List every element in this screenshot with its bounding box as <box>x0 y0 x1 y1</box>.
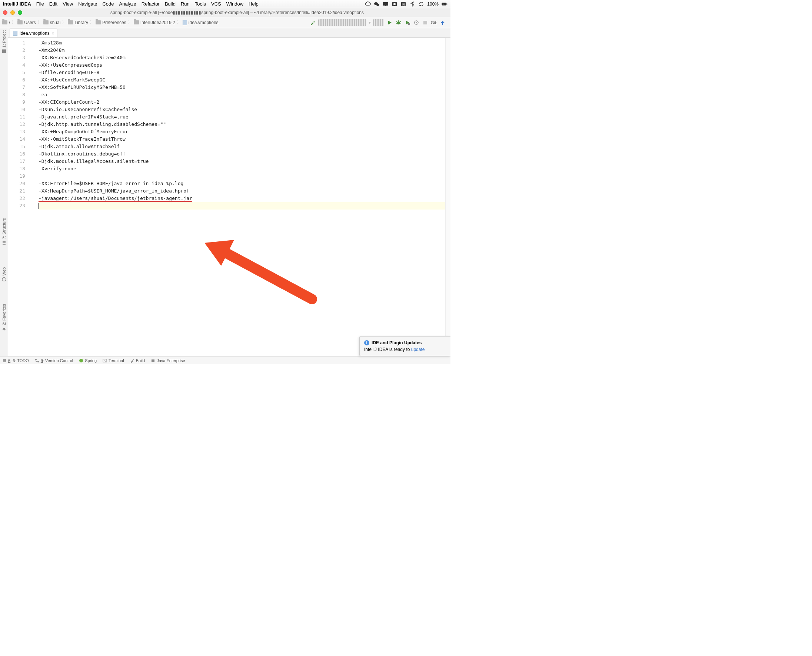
menu-navigate[interactable]: Navigate <box>78 1 97 7</box>
svg-rect-14 <box>423 21 427 25</box>
menu-analyze[interactable]: Analyze <box>119 1 136 7</box>
display-icon[interactable] <box>383 1 389 7</box>
menu-file[interactable]: File <box>36 1 44 7</box>
svg-rect-10 <box>447 3 447 5</box>
workspace: 1: Project 7: Structure Web 2: Favorites… <box>0 28 451 356</box>
folder-icon <box>68 20 73 25</box>
folder-icon <box>96 20 101 25</box>
breadcrumb-root[interactable]: / <box>2 20 10 25</box>
favorites-tool-tab[interactable]: 2: Favorites <box>2 304 6 331</box>
battery-percent: 100% <box>427 2 439 7</box>
breadcrumb-item[interactable]: Users <box>17 20 36 25</box>
menu-refactor[interactable]: Refactor <box>141 1 160 7</box>
project-tool-tab[interactable]: 1: Project <box>2 30 6 53</box>
build-hammer-icon[interactable] <box>309 19 316 26</box>
app-tray-icon[interactable] <box>392 1 397 7</box>
input-method-icon[interactable]: 英 <box>400 1 406 7</box>
run-config-redacted <box>373 19 384 26</box>
run-config-selector[interactable] <box>318 19 366 26</box>
editor-scrollbar[interactable] <box>445 38 451 356</box>
todo-tool-tab[interactable]: 6: 6: TODO <box>2 358 29 363</box>
file-icon <box>183 20 187 25</box>
svg-rect-21 <box>152 359 155 362</box>
menu-tools[interactable]: Tools <box>195 1 206 7</box>
svg-point-5 <box>394 3 396 5</box>
minimize-window-button[interactable] <box>10 10 15 15</box>
close-window-button[interactable] <box>3 10 8 15</box>
window-titlebar: spring-boot-example-all [~/code▮▮▮▮▮▮▮▮▮… <box>0 8 451 17</box>
update-link[interactable]: update <box>411 347 425 352</box>
menu-edit[interactable]: Edit <box>49 1 57 7</box>
editor-tabs: idea.vmoptions × <box>8 28 451 38</box>
breadcrumb-item[interactable]: shuai <box>43 20 61 25</box>
tab-label: idea.vmoptions <box>20 31 50 36</box>
notification-title: i IDE and Plugin Updates <box>364 340 446 345</box>
wechat-icon[interactable] <box>374 1 380 7</box>
battery-icon[interactable] <box>442 1 448 7</box>
java-ee-tool-tab[interactable]: Java Enterprise <box>151 358 185 363</box>
svg-rect-15 <box>2 49 6 53</box>
build-tool-tab[interactable]: Build <box>130 358 145 363</box>
folder-icon <box>134 20 139 25</box>
debug-icon[interactable] <box>395 19 402 26</box>
notification-body: IntelliJ IDEA is ready to update <box>364 347 446 352</box>
svg-rect-12 <box>408 23 410 25</box>
window-title: spring-boot-example-all [~/code▮▮▮▮▮▮▮▮▮… <box>27 10 448 15</box>
macos-menubar: IntelliJ IDEA File Edit View Navigate Co… <box>0 0 451 8</box>
gutter: 1234567891011121314151617181920212223 <box>8 38 30 356</box>
menu-help[interactable]: Help <box>249 1 259 7</box>
svg-point-11 <box>397 22 400 25</box>
menu-build[interactable]: Build <box>165 1 175 7</box>
folder-icon <box>43 20 48 25</box>
breadcrumb-file[interactable]: idea.vmoptions <box>183 20 218 25</box>
maximize-window-button[interactable] <box>18 10 22 15</box>
sync-icon[interactable] <box>418 1 424 7</box>
svg-point-18 <box>37 361 39 362</box>
app-name[interactable]: IntelliJ IDEA <box>3 1 31 7</box>
editor-area: idea.vmoptions × 12345678910111213141516… <box>8 28 451 356</box>
profile-icon[interactable] <box>413 19 420 26</box>
menu-vcs[interactable]: VCS <box>211 1 221 7</box>
breadcrumb-item[interactable]: Library <box>68 20 88 25</box>
left-tool-strip: 1: Project 7: Structure Web 2: Favorites <box>0 28 8 356</box>
menu-code[interactable]: Code <box>102 1 114 7</box>
file-icon <box>13 31 17 36</box>
spring-tool-tab[interactable]: Spring <box>79 358 97 363</box>
folder-icon <box>17 20 23 25</box>
bluetooth-icon[interactable] <box>409 1 415 7</box>
coverage-icon[interactable] <box>404 19 411 26</box>
breadcrumb-item[interactable]: IntelliJIdea2019.2 <box>134 20 175 25</box>
structure-tool-tab[interactable]: 7: Structure <box>2 218 6 245</box>
statusbar: 6: 6: TODO 9: Version Control Spring Ter… <box>0 356 451 364</box>
svg-point-17 <box>35 359 37 360</box>
notification-popup[interactable]: i IDE and Plugin Updates IntelliJ IDEA i… <box>360 336 451 356</box>
main-toolbar: /〉 Users〉 shuai〉 Library〉 Preferences〉 I… <box>0 17 451 28</box>
menu-window[interactable]: Window <box>226 1 243 7</box>
menu-view[interactable]: View <box>63 1 73 7</box>
info-icon: i <box>364 340 369 345</box>
menu-run[interactable]: Run <box>181 1 190 7</box>
cloud-icon[interactable] <box>365 1 371 7</box>
code-editor[interactable]: 1234567891011121314151617181920212223 -X… <box>8 38 451 356</box>
run-icon[interactable] <box>386 19 393 26</box>
svg-point-1 <box>377 4 379 6</box>
stop-icon[interactable] <box>422 19 429 26</box>
git-label: Git: <box>431 20 437 25</box>
web-tool-tab[interactable]: Web <box>2 267 6 282</box>
svg-rect-2 <box>383 2 388 6</box>
vcs-tool-tab[interactable]: 9: Version Control <box>35 358 73 363</box>
breadcrumb-item[interactable]: Preferences <box>96 20 126 25</box>
svg-rect-3 <box>385 6 386 6</box>
close-tab-icon[interactable]: × <box>52 31 54 36</box>
traffic-lights <box>3 10 22 15</box>
svg-point-19 <box>79 359 83 362</box>
breadcrumb: /〉 Users〉 shuai〉 Library〉 Preferences〉 I… <box>2 19 307 26</box>
toolbar-actions: ▾ Git: <box>307 19 448 26</box>
svg-point-16 <box>2 278 6 282</box>
svg-text:英: 英 <box>402 3 405 6</box>
terminal-tool-tab[interactable]: Terminal <box>102 358 124 363</box>
update-project-icon[interactable] <box>439 19 446 26</box>
code-content[interactable]: -Xms128m-Xmx2048m-XX:ReservedCodeCacheSi… <box>30 38 445 356</box>
editor-tab-vmoptions[interactable]: idea.vmoptions × <box>9 28 57 37</box>
folder-icon <box>2 20 8 25</box>
